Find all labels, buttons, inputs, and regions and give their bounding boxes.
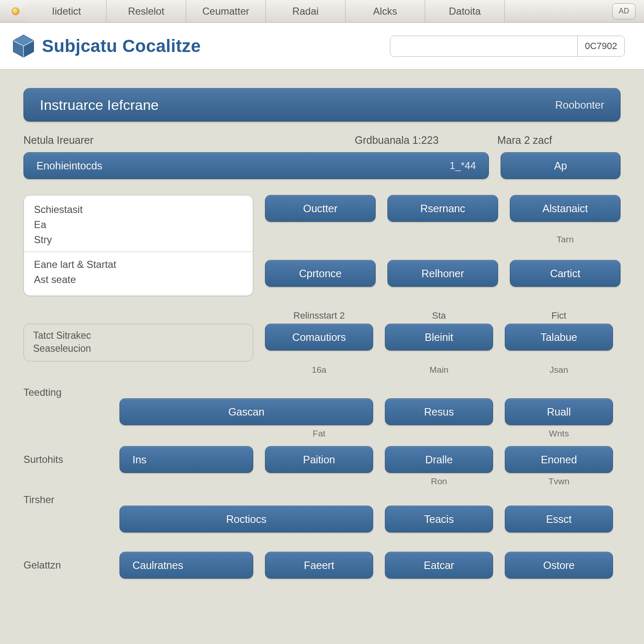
ouctter-button[interactable]: Ouctter bbox=[265, 195, 376, 222]
window-minimize-dot[interactable] bbox=[4, 0, 27, 22]
enohieintocds-value: 1_*44 bbox=[449, 160, 476, 171]
note-main: Main bbox=[385, 365, 493, 376]
alstanaict-button[interactable]: Alstanaict bbox=[510, 195, 621, 222]
sta-header: Sta bbox=[385, 310, 493, 324]
comautiors-button[interactable]: Comautiors bbox=[265, 324, 373, 351]
app-title: Subjcatu Cocalitze bbox=[42, 36, 201, 56]
section-tag: Roobonter bbox=[555, 99, 604, 111]
info-panel: Schiestasit Ea Stry Eane lart & Startat … bbox=[23, 195, 253, 296]
note-jsan: Jsan bbox=[505, 365, 613, 376]
note-16a: 16a bbox=[265, 365, 373, 376]
gascan-button[interactable]: Gascan bbox=[119, 398, 373, 425]
panel-line-3: Stry bbox=[34, 232, 243, 247]
tatct-line-2: Seaseleucion bbox=[33, 342, 244, 355]
col-header-3: Mara 2 zacf bbox=[497, 134, 621, 146]
panel-line-1: Schiestasit bbox=[34, 202, 243, 217]
panel-line-5: Ast seate bbox=[34, 272, 243, 287]
gelattzn-label: Gelattzn bbox=[23, 559, 108, 571]
tatct-box[interactable]: Tatct Sitrakec Seaseleucion bbox=[23, 324, 253, 361]
note-ron: Ron bbox=[385, 476, 493, 487]
resus-button[interactable]: Resus bbox=[385, 398, 493, 425]
logo-hexagon-icon bbox=[11, 34, 36, 59]
essct-button[interactable]: Essct bbox=[505, 506, 613, 532]
note-fat: Fat bbox=[265, 428, 373, 439]
tatct-line-1: Tatct Sitrakec bbox=[33, 329, 244, 342]
col-header-1: Netula Ireuarer bbox=[23, 134, 355, 146]
ruall-button[interactable]: Ruall bbox=[505, 398, 613, 425]
eatcar-button[interactable]: Eatcar bbox=[385, 552, 493, 579]
tab-2[interactable]: Reslelot bbox=[106, 0, 186, 22]
teedting-label: Teedting bbox=[23, 387, 108, 398]
tab-4[interactable]: Radai bbox=[266, 0, 345, 22]
roctiocs-button[interactable]: Roctiocs bbox=[119, 506, 373, 532]
cprtonce-button[interactable]: Cprtonce bbox=[265, 260, 376, 287]
note-tvwn: Tvwn bbox=[505, 476, 613, 487]
teacis-button[interactable]: Teacis bbox=[385, 506, 493, 532]
tab-1[interactable]: Iidetict bbox=[27, 0, 106, 22]
search-input[interactable] bbox=[390, 36, 577, 56]
panel-line-4: Eane lart & Startat bbox=[34, 257, 243, 272]
caulratnes-button[interactable]: Caulratnes bbox=[119, 552, 253, 579]
tab-bar: Iidetict Reslelot Ceumatter Radai Alcks … bbox=[0, 0, 644, 23]
relhoner-button[interactable]: Relhoner bbox=[387, 260, 498, 287]
tarn-note: Tarn bbox=[510, 234, 621, 245]
panel-line-2: Ea bbox=[34, 217, 243, 232]
header: Subjcatu Cocalitze 0C7902 bbox=[0, 23, 644, 70]
tirsher-label: Tirsher bbox=[23, 494, 108, 506]
ostore-button[interactable]: Ostore bbox=[505, 552, 613, 579]
talabue-button[interactable]: Talabue bbox=[505, 324, 613, 351]
tab-3[interactable]: Ceumatter bbox=[186, 0, 266, 22]
ins-button[interactable]: Ins bbox=[119, 446, 253, 473]
search-code: 0C7902 bbox=[577, 36, 624, 56]
faeert-button[interactable]: Faeert bbox=[265, 552, 373, 579]
relinsstart-header: Relinsstart 2 bbox=[265, 310, 373, 324]
enohieintocds-label: Enohieintocds bbox=[36, 160, 102, 172]
ap-button[interactable]: Ap bbox=[501, 152, 621, 179]
column-headers: Netula Ireuarer Grdbuanala 1:223 Mara 2 … bbox=[23, 134, 621, 146]
note-wnts: Wnts bbox=[505, 428, 613, 439]
fict-header: Fict bbox=[505, 310, 613, 324]
enohieintocds-bar[interactable]: Enohieintocds 1_*44 bbox=[23, 152, 489, 179]
search-box: 0C7902 bbox=[390, 36, 625, 57]
enoned-button[interactable]: Enoned bbox=[505, 446, 613, 473]
col-header-2: Grdbuanala 1:223 bbox=[355, 134, 497, 146]
paition-button[interactable]: Paition bbox=[265, 446, 373, 473]
tab-5[interactable]: Alcks bbox=[345, 0, 425, 22]
section-header: Instruarce Iefcrane Roobonter bbox=[23, 88, 621, 122]
cartict-button[interactable]: Cartict bbox=[510, 260, 621, 287]
rsernanc-button[interactable]: Rsernanc bbox=[387, 195, 498, 222]
toolbar-extra-button[interactable]: AD bbox=[612, 3, 636, 19]
dralle-button[interactable]: Dralle bbox=[385, 446, 493, 473]
surtohits-label: Surtohits bbox=[23, 454, 108, 465]
section-title: Instruarce Iefcrane bbox=[40, 97, 158, 113]
bleinit-button[interactable]: Bleinit bbox=[385, 324, 493, 351]
tab-6[interactable]: Datoita bbox=[425, 0, 505, 22]
